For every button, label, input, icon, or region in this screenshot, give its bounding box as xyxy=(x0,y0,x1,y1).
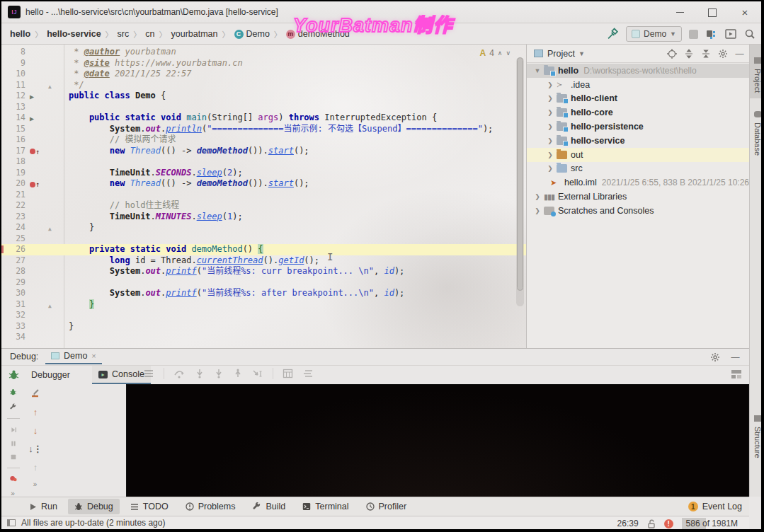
stop-button[interactable] xyxy=(689,30,698,39)
wrench-settings-icon[interactable] xyxy=(8,403,18,410)
tree-item-hello-core[interactable]: ❯hello-core xyxy=(527,105,749,120)
build-hammer-icon[interactable] xyxy=(607,28,619,40)
breadcrumb-item-hello-service[interactable]: hello-service xyxy=(47,29,101,39)
breadcrumb-item-Demo[interactable]: CDemo xyxy=(234,29,270,39)
stripe-tab-project[interactable]: Project xyxy=(750,45,761,98)
tree-chevron-icon[interactable]: ❯ xyxy=(547,81,554,88)
toolwindow-button-debug[interactable]: Debug xyxy=(68,499,120,514)
step-into-icon[interactable] xyxy=(195,369,205,378)
tree-item-scratches-and-consoles[interactable]: ❯Scratches and Consoles xyxy=(527,204,749,218)
stripe-tab-structure[interactable]: Structure xyxy=(750,403,761,464)
run-anything-icon[interactable] xyxy=(724,28,736,40)
tree-item-hello-service[interactable]: ❯hello-service xyxy=(527,134,749,148)
code-line-34[interactable]: 34 xyxy=(1,332,526,343)
toolwindow-switcher-icon[interactable] xyxy=(7,519,16,526)
locate-file-icon[interactable] xyxy=(666,48,677,59)
tree-item-hello-client[interactable]: ❯hello-client xyxy=(527,92,749,106)
toolwindow-button-todo[interactable]: TODO xyxy=(124,499,175,514)
editor-scrollbar[interactable] xyxy=(516,57,524,306)
prev-issue-icon[interactable]: ∧ xyxy=(498,50,503,57)
view-breakpoints-icon[interactable] xyxy=(8,475,19,482)
code-line-33[interactable]: 33} xyxy=(1,321,526,332)
evaluate-expression-icon[interactable] xyxy=(283,369,293,378)
toolwindow-button-problems[interactable]: Problems xyxy=(179,499,242,514)
code-line-20[interactable]: 20↑ new Thread(() -> demoMethod()).start… xyxy=(1,178,526,190)
tree-item-external-libraries[interactable]: ❯▮▮▮External Libraries xyxy=(527,190,749,204)
breadcrumb-item-hello[interactable]: hello xyxy=(10,29,30,39)
tree-chevron-icon[interactable]: ❯ xyxy=(547,137,554,144)
code-line-25[interactable]: 25 xyxy=(1,233,526,245)
code-line-14[interactable]: 14▶ public static void main(String[] arg… xyxy=(1,112,526,124)
toolwindow-button-profiler[interactable]: Profiler xyxy=(360,499,414,514)
tree-chevron-icon[interactable]: ❯ xyxy=(547,165,554,172)
stop-process-icon[interactable] xyxy=(9,454,18,460)
pause-program-icon[interactable] xyxy=(9,441,18,446)
collapse-all-icon[interactable] xyxy=(700,48,711,59)
code-line-23[interactable]: 23 TimeUnit.MINUTES.sleep(1); xyxy=(1,212,526,223)
force-step-into-icon[interactable] xyxy=(214,369,224,378)
run-gutter-icon[interactable]: ▶ xyxy=(30,113,48,122)
unlock-icon[interactable] xyxy=(647,519,656,528)
toolwindow-button-build[interactable]: Build xyxy=(246,499,292,514)
title-bar[interactable]: IJ hello - ...\hello-service\src\cn\your… xyxy=(1,1,761,23)
step-out-icon[interactable] xyxy=(233,369,243,378)
code-line-31[interactable]: 31▲ } xyxy=(1,299,526,311)
hide-debug-panel-icon[interactable]: — xyxy=(730,352,741,362)
tab-console[interactable]: ▸ Console xyxy=(92,366,151,384)
tree-chevron-icon[interactable]: ❯ xyxy=(547,151,554,158)
tree-item-hello[interactable]: ▼helloD:\workspaces-work\test\hello xyxy=(527,64,749,78)
search-everywhere-icon[interactable] xyxy=(743,28,756,40)
code-line-16[interactable]: 16 // 模拟两个请求 xyxy=(1,134,526,146)
code-line-24[interactable]: 24▲ } xyxy=(1,222,526,233)
up-disabled-icon[interactable]: ↑ xyxy=(33,462,38,473)
code-line-15[interactable]: 15 System.out.println("==============当前示… xyxy=(1,124,526,135)
step-over-icon[interactable] xyxy=(173,369,186,378)
resume-program-icon[interactable] xyxy=(8,427,18,433)
scroll-to-end-icon[interactable]: ↓⋮ xyxy=(28,444,42,454)
error-indicator-icon[interactable]: ! xyxy=(664,519,673,528)
caret-position[interactable]: 26:39 xyxy=(617,519,639,528)
debug-console-output[interactable] xyxy=(126,384,749,497)
inspection-widget[interactable]: A 4 ∧ ∨ xyxy=(479,48,511,58)
show-execution-point-icon[interactable] xyxy=(30,388,41,399)
trace-settings-icon[interactable] xyxy=(302,369,314,378)
code-line-17[interactable]: 17↑ new Thread(() -> demoMethod()).start… xyxy=(1,146,526,157)
expand-all-icon[interactable] xyxy=(683,48,694,59)
tree-item-out[interactable]: ❯out xyxy=(527,148,749,162)
run-gutter-icon[interactable]: ▶ xyxy=(30,91,48,100)
tab-debugger[interactable]: Debugger xyxy=(25,366,76,384)
toolwindow-button-terminal[interactable]: Terminal xyxy=(296,499,355,514)
code-line-10[interactable]: 10 * @date 2021/1/25 22:57 xyxy=(1,69,526,80)
code-line-8[interactable]: 8 * @author yourbatman xyxy=(1,47,526,58)
close-button[interactable]: × xyxy=(729,1,761,23)
event-log-button[interactable]: 1 Event Log xyxy=(688,502,742,511)
gear-icon[interactable] xyxy=(717,48,728,59)
code-line-21[interactable]: 21 xyxy=(1,190,526,201)
hide-panel-icon[interactable]: — xyxy=(734,48,745,59)
code-line-19[interactable]: 19 TimeUnit.SECONDS.sleep(2); xyxy=(1,168,526,179)
maximize-button[interactable] xyxy=(696,1,729,23)
tree-chevron-icon[interactable]: ▼ xyxy=(534,67,541,74)
toolwindow-button-run[interactable]: Run xyxy=(23,499,64,514)
code-line-22[interactable]: 22 // hold住主线程 xyxy=(1,200,526,212)
tree-item-src[interactable]: ❯src xyxy=(527,162,749,176)
breadcrumb-item-src[interactable]: src xyxy=(118,29,130,39)
debug-settings-gear-icon[interactable] xyxy=(709,352,720,362)
memory-indicator[interactable]: 586 of 1981M xyxy=(682,518,742,529)
tree-chevron-icon[interactable]: ❯ xyxy=(534,207,541,214)
code-line-12[interactable]: 12▶public class Demo { xyxy=(1,91,526,102)
tree-chevron-icon[interactable]: ❯ xyxy=(547,109,554,116)
tree-item-.idea[interactable]: ❯≻.idea xyxy=(527,78,749,92)
minimize-button[interactable] xyxy=(663,1,696,23)
breadcrumb-item-yourbatman[interactable]: yourbatman xyxy=(171,29,217,39)
code-line-28[interactable]: 28 System.out.printf("当前线程%s: curr break… xyxy=(1,266,526,277)
breakpoint-gutter-icon[interactable]: ↑ xyxy=(30,146,48,156)
tree-item-hello-persistence[interactable]: ❯hello-persistence xyxy=(527,120,749,134)
code-line-11[interactable]: 11▲ */ xyxy=(1,80,526,91)
code-line-18[interactable]: 18 xyxy=(1,156,526,168)
run-to-cursor-icon[interactable] xyxy=(252,369,263,378)
code-line-26[interactable]: 26 private static void demoMethod() { xyxy=(1,244,526,255)
hamburger-menu-icon[interactable] xyxy=(143,369,154,378)
code-line-13[interactable]: 13 xyxy=(1,102,526,113)
project-panel-header[interactable]: Project ▼ xyxy=(527,45,749,63)
